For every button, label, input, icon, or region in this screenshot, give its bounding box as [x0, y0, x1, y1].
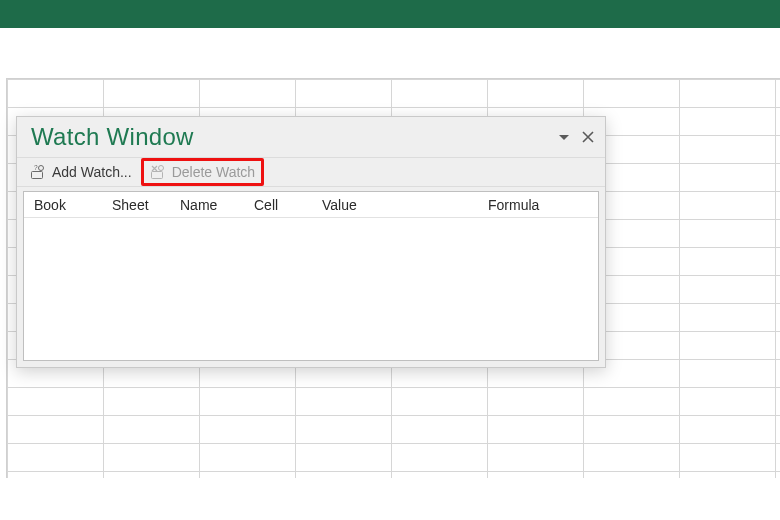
- svg-rect-0: [32, 172, 43, 179]
- add-watch-icon: ?: [30, 164, 46, 180]
- watch-list-body[interactable]: [24, 218, 598, 360]
- svg-point-1: [39, 166, 44, 171]
- options-dropdown-icon[interactable]: [555, 128, 573, 146]
- column-header-formula[interactable]: Formula: [478, 192, 598, 217]
- column-header-sheet[interactable]: Sheet: [102, 192, 170, 217]
- column-header-value[interactable]: Value: [312, 192, 478, 217]
- app-frame: Watch Window ?: [0, 0, 780, 520]
- app-body: Watch Window ?: [0, 28, 780, 520]
- watch-window-panel: Watch Window ?: [16, 116, 606, 368]
- svg-rect-3: [151, 172, 162, 179]
- svg-point-4: [158, 166, 163, 171]
- add-watch-button[interactable]: ? Add Watch...: [19, 158, 143, 186]
- app-titlebar: [0, 0, 780, 28]
- watch-window-header: Watch Window: [17, 117, 605, 157]
- watch-list-header: Book Sheet Name Cell Value Formula: [24, 192, 598, 218]
- delete-watch-label: Delete Watch: [172, 164, 256, 180]
- close-icon[interactable]: [579, 128, 597, 146]
- column-header-book[interactable]: Book: [24, 192, 102, 217]
- delete-watch-icon: [150, 164, 166, 180]
- delete-watch-button[interactable]: Delete Watch: [141, 158, 265, 186]
- column-header-cell[interactable]: Cell: [244, 192, 312, 217]
- add-watch-label: Add Watch...: [52, 164, 132, 180]
- watch-window-title: Watch Window: [31, 123, 555, 151]
- watch-list: Book Sheet Name Cell Value Formula: [23, 191, 599, 361]
- watch-window-toolbar: ? Add Watch... Delete Watch: [17, 157, 605, 187]
- column-header-name[interactable]: Name: [170, 192, 244, 217]
- svg-text:?: ?: [34, 164, 38, 171]
